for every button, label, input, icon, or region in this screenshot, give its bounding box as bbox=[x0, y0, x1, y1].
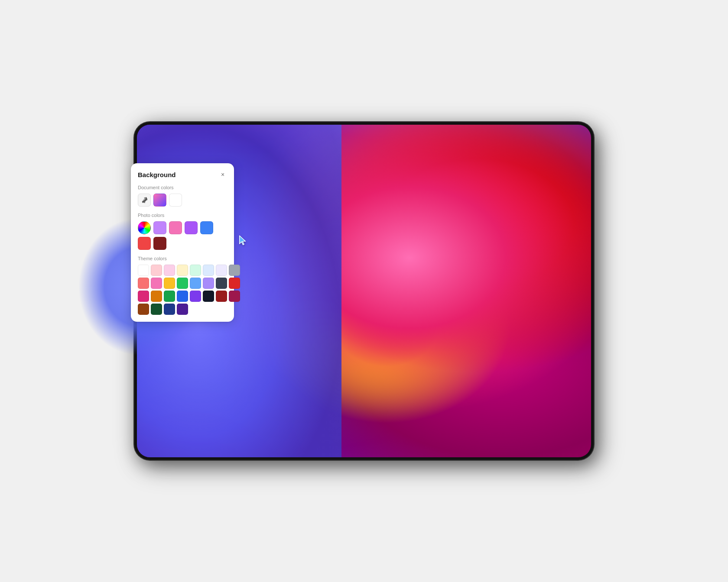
photo-colors-row bbox=[138, 221, 227, 250]
eyedropper-button[interactable] bbox=[138, 194, 151, 207]
theme-swatch-green[interactable] bbox=[177, 278, 188, 289]
gradient-doc-swatch[interactable] bbox=[153, 194, 166, 207]
theme-swatch-navy[interactable] bbox=[164, 304, 175, 315]
theme-swatch-brown[interactable] bbox=[138, 304, 149, 315]
theme-swatch-dark-gray[interactable] bbox=[216, 278, 227, 289]
theme-swatch-very-dark-red[interactable] bbox=[216, 291, 227, 302]
theme-swatch-mid-pink[interactable] bbox=[151, 278, 162, 289]
theme-swatch-very-dark-pink[interactable] bbox=[229, 291, 240, 302]
theme-swatch-dark-blue[interactable] bbox=[177, 291, 188, 302]
photo-swatch-light-purple[interactable] bbox=[153, 221, 166, 234]
theme-swatch-mid-blue[interactable] bbox=[190, 278, 201, 289]
photo-swatch-dark-red[interactable] bbox=[153, 237, 166, 250]
theme-swatch-gray[interactable] bbox=[229, 265, 240, 276]
photo-swatch-purple[interactable] bbox=[185, 221, 198, 234]
theme-colors-label: Theme colors bbox=[138, 256, 227, 261]
theme-swatch-black[interactable] bbox=[203, 291, 214, 302]
theme-swatch-red[interactable] bbox=[229, 278, 240, 289]
svg-point-0 bbox=[142, 201, 143, 202]
theme-swatch-light-yellow[interactable] bbox=[177, 265, 188, 276]
theme-colors-grid bbox=[138, 265, 227, 315]
theme-swatch-light-violet[interactable] bbox=[216, 265, 227, 276]
close-button[interactable]: × bbox=[218, 170, 227, 179]
photo-swatch-pink[interactable] bbox=[169, 221, 182, 234]
theme-swatch-light-rose[interactable] bbox=[164, 265, 175, 276]
white-doc-swatch[interactable] bbox=[169, 194, 182, 207]
popup-title: Background bbox=[138, 171, 176, 178]
theme-swatch-indigo[interactable] bbox=[177, 304, 188, 315]
photo-swatch-blue[interactable] bbox=[200, 221, 213, 234]
theme-swatch-light-pink[interactable] bbox=[151, 265, 162, 276]
document-colors-row bbox=[138, 194, 227, 207]
scene: Background × Document colors Photo color… bbox=[104, 96, 624, 486]
document-colors-label: Document colors bbox=[138, 185, 227, 190]
color-wheel-swatch[interactable] bbox=[138, 221, 151, 234]
background-popup: Background × Document colors Photo color… bbox=[131, 163, 234, 322]
theme-swatch-dark-pink[interactable] bbox=[138, 291, 149, 302]
photo-swatch-red[interactable] bbox=[138, 237, 151, 250]
photo-colors-label: Photo colors bbox=[138, 213, 227, 218]
popup-header: Background × bbox=[138, 170, 227, 179]
theme-swatch-dark-green[interactable] bbox=[164, 291, 175, 302]
theme-swatch-forest[interactable] bbox=[151, 304, 162, 315]
theme-swatch-dark-violet[interactable] bbox=[190, 291, 201, 302]
theme-swatch-violet[interactable] bbox=[203, 278, 214, 289]
theme-swatch-amber[interactable] bbox=[164, 278, 175, 289]
theme-swatch-orange[interactable] bbox=[151, 291, 162, 302]
theme-swatch-light-green[interactable] bbox=[190, 265, 201, 276]
theme-swatch-light-blue[interactable] bbox=[203, 265, 214, 276]
theme-swatch-light-red[interactable] bbox=[138, 278, 149, 289]
theme-swatch-white[interactable] bbox=[138, 265, 149, 276]
cursor-arrow-icon bbox=[237, 235, 250, 247]
eyedropper-icon bbox=[141, 197, 147, 203]
